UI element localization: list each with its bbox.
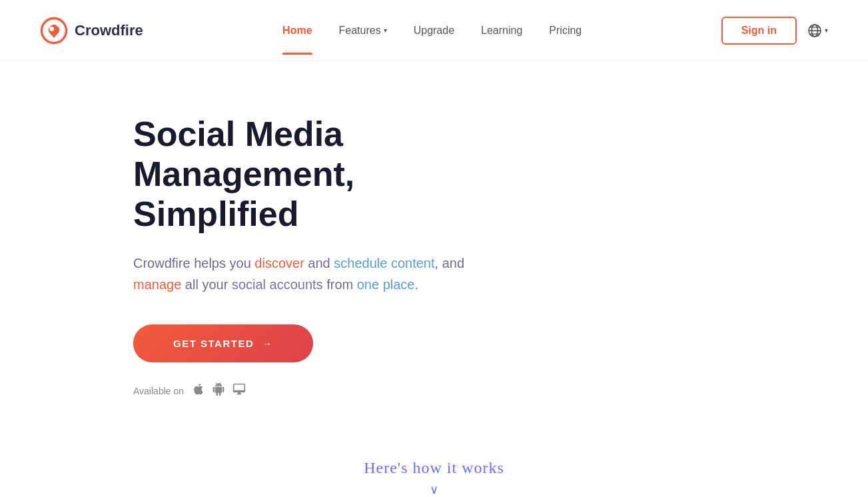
- available-on-label: Available on: [133, 386, 184, 396]
- subtitle-highlight-social: social accounts: [232, 277, 323, 292]
- crowdfire-logo-icon: [40, 17, 68, 45]
- hero-title: Social Media Management, Simplified: [133, 115, 480, 234]
- scroll-down-chevron[interactable]: ∨: [0, 482, 868, 497]
- subtitle-text-3: , and: [435, 256, 464, 270]
- nav-link-upgrade[interactable]: Upgrade: [414, 25, 454, 36]
- hero-section: Social Media Management, Simplified Crow…: [0, 61, 520, 439]
- how-it-works-label: Here's how it works: [0, 459, 868, 477]
- available-on-section: Available on: [133, 382, 480, 399]
- nav-item-learning[interactable]: Learning: [481, 25, 522, 37]
- get-started-button[interactable]: GET STARTED →: [133, 324, 313, 362]
- features-dropdown-arrow: ▾: [384, 27, 387, 34]
- platform-icons: [192, 382, 246, 399]
- svg-point-1: [49, 27, 54, 31]
- how-it-works-section: Here's how it works ∨: [0, 446, 868, 497]
- subtitle-highlight-one-place: one place: [357, 277, 415, 292]
- nav-links: Home Features ▾ Upgrade Learning Pricing: [282, 25, 582, 37]
- language-dropdown-arrow: ▾: [825, 27, 828, 34]
- subtitle-highlight-manage: manage: [133, 277, 181, 292]
- nav-link-learning[interactable]: Learning: [481, 25, 522, 36]
- nav-right: Sign in ▾: [721, 17, 828, 45]
- nav-link-home[interactable]: Home: [282, 25, 312, 36]
- sign-in-button[interactable]: Sign in: [721, 17, 797, 45]
- nav-item-home[interactable]: Home: [282, 25, 312, 37]
- subtitle-text-6: .: [415, 277, 419, 292]
- hero-subtitle: Crowdfire helps you discover and schedul…: [133, 252, 480, 295]
- logo-text: Crowdfire: [75, 22, 143, 39]
- nav-link-pricing[interactable]: Pricing: [549, 25, 582, 36]
- logo-link[interactable]: Crowdfire: [40, 17, 143, 45]
- android-icon: [212, 382, 225, 399]
- nav-link-features[interactable]: Features ▾: [339, 25, 387, 37]
- subtitle-text-2: and: [304, 256, 334, 270]
- subtitle-highlight-schedule: schedule content: [334, 256, 434, 270]
- nav-item-pricing[interactable]: Pricing: [549, 25, 582, 37]
- language-selector-button[interactable]: ▾: [807, 23, 828, 38]
- subtitle-highlight-discover: discover: [254, 256, 304, 270]
- globe-icon: [807, 23, 822, 38]
- nav-item-upgrade[interactable]: Upgrade: [414, 25, 454, 37]
- subtitle-text-1: Crowdfire helps you: [133, 256, 254, 270]
- nav-item-features[interactable]: Features ▾: [339, 25, 387, 37]
- cta-arrow: →: [262, 338, 273, 349]
- desktop-icon: [232, 382, 246, 399]
- subtitle-text-5: from: [323, 277, 357, 292]
- apple-icon: [192, 382, 205, 399]
- cta-label: GET STARTED: [173, 338, 254, 349]
- navbar: Crowdfire Home Features ▾ Upgrade Learni…: [0, 0, 868, 61]
- subtitle-text-4: all your: [181, 277, 232, 292]
